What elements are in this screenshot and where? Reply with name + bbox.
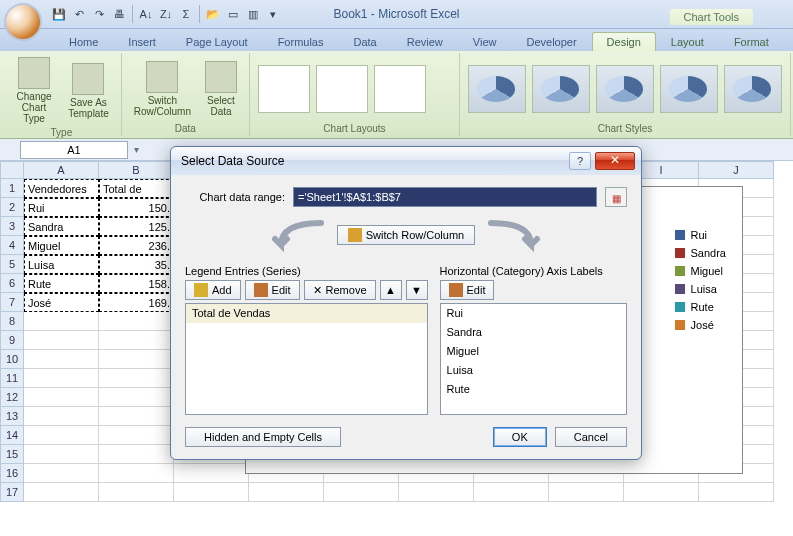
cell[interactable] [24, 464, 99, 483]
cell[interactable] [99, 350, 174, 369]
row-header[interactable]: 17 [0, 483, 24, 502]
cell[interactable]: 35. [99, 255, 174, 274]
row-header[interactable]: 10 [0, 350, 24, 369]
cell[interactable] [99, 331, 174, 350]
cell[interactable]: 158. [99, 274, 174, 293]
row-header[interactable]: 3 [0, 217, 24, 236]
cell[interactable] [24, 426, 99, 445]
row-header[interactable]: 4 [0, 236, 24, 255]
cell[interactable]: Luisa [24, 255, 99, 274]
change-chart-type-button[interactable]: Change Chart Type [10, 55, 58, 126]
cell[interactable] [99, 369, 174, 388]
tab-formulas[interactable]: Formulas [263, 32, 339, 51]
cell[interactable] [474, 483, 549, 502]
edit-axis-button[interactable]: Edit [440, 280, 495, 300]
tab-view[interactable]: View [458, 32, 512, 51]
sort-asc-icon[interactable]: A↓ [137, 5, 155, 23]
list-item[interactable]: Rui [441, 304, 626, 323]
row-header[interactable]: 14 [0, 426, 24, 445]
col-header[interactable]: A [24, 161, 99, 179]
chart-layout-thumb[interactable] [316, 65, 368, 113]
add-series-button[interactable]: Add [185, 280, 241, 300]
print-icon[interactable]: 🖶 [110, 5, 128, 23]
range-selector-button[interactable]: ▦ [605, 187, 627, 207]
row-header[interactable]: 1 [0, 179, 24, 198]
row-header[interactable]: 2 [0, 198, 24, 217]
tab-developer[interactable]: Developer [511, 32, 591, 51]
new-icon[interactable]: ▭ [224, 5, 242, 23]
switch-row-column-button[interactable]: Switch Row/Column [130, 59, 195, 119]
row-header[interactable]: 13 [0, 407, 24, 426]
tab-review[interactable]: Review [392, 32, 458, 51]
cell[interactable]: Miguel [24, 236, 99, 255]
cell[interactable]: Vendedores [24, 179, 99, 198]
edit-series-button[interactable]: Edit [245, 280, 300, 300]
office-button[interactable] [4, 3, 42, 41]
cell[interactable] [699, 483, 774, 502]
cell[interactable] [24, 388, 99, 407]
switch-row-column-button[interactable]: Switch Row/Column [337, 225, 475, 245]
chart-style-thumb[interactable] [660, 65, 718, 113]
remove-series-button[interactable]: ✕Remove [304, 280, 376, 300]
open-icon[interactable]: 📂 [204, 5, 222, 23]
cell[interactable] [24, 445, 99, 464]
ok-button[interactable]: OK [493, 427, 547, 447]
move-up-button[interactable]: ▲ [380, 280, 402, 300]
cell[interactable] [624, 483, 699, 502]
category-list[interactable]: RuiSandraMiguelLuisaRute [440, 303, 627, 415]
cell[interactable] [24, 369, 99, 388]
chart-style-thumb[interactable] [596, 65, 654, 113]
sort-desc-icon[interactable]: Z↓ [157, 5, 175, 23]
select-all-corner[interactable] [0, 161, 24, 179]
sum-icon[interactable]: Σ [177, 5, 195, 23]
cell[interactable] [24, 312, 99, 331]
undo-icon[interactable]: ↶ [70, 5, 88, 23]
name-box[interactable]: A1 [20, 141, 128, 159]
hidden-empty-cells-button[interactable]: Hidden and Empty Cells [185, 427, 341, 447]
cell[interactable]: 236. [99, 236, 174, 255]
cell[interactable]: 150. [99, 198, 174, 217]
row-header[interactable]: 6 [0, 274, 24, 293]
chart-style-thumb[interactable] [724, 65, 782, 113]
more-icon[interactable]: ▾ [264, 5, 282, 23]
cell[interactable]: 125. [99, 217, 174, 236]
cell[interactable] [99, 407, 174, 426]
row-header[interactable]: 5 [0, 255, 24, 274]
chart-icon[interactable]: ▥ [244, 5, 262, 23]
series-list[interactable]: Total de Vendas [185, 303, 428, 415]
chart-layout-thumb[interactable] [258, 65, 310, 113]
save-icon[interactable]: 💾 [50, 5, 68, 23]
list-item[interactable]: Luisa [441, 361, 626, 380]
tab-insert[interactable]: Insert [113, 32, 171, 51]
cell[interactable]: Total de [99, 179, 174, 198]
chart-style-thumb[interactable] [532, 65, 590, 113]
tab-design[interactable]: Design [592, 32, 656, 51]
tab-page-layout[interactable]: Page Layout [171, 32, 263, 51]
tab-home[interactable]: Home [54, 32, 113, 51]
cell[interactable] [549, 483, 624, 502]
cell[interactable] [324, 483, 399, 502]
cell[interactable] [24, 331, 99, 350]
row-header[interactable]: 8 [0, 312, 24, 331]
row-header[interactable]: 11 [0, 369, 24, 388]
chart-data-range-input[interactable] [293, 187, 597, 207]
cell[interactable]: 169. [99, 293, 174, 312]
col-header[interactable]: B [99, 161, 174, 179]
tab-layout[interactable]: Layout [656, 32, 719, 51]
cell[interactable] [99, 445, 174, 464]
dialog-titlebar[interactable]: Select Data Source ? ✕ [171, 147, 641, 175]
list-item[interactable]: Miguel [441, 342, 626, 361]
cell[interactable] [174, 483, 249, 502]
help-button[interactable]: ? [569, 152, 591, 170]
list-item[interactable]: Total de Vendas [186, 304, 427, 323]
cancel-button[interactable]: Cancel [555, 427, 627, 447]
cell[interactable] [99, 426, 174, 445]
cell[interactable] [99, 388, 174, 407]
save-as-template-button[interactable]: Save As Template [64, 61, 113, 121]
tab-format[interactable]: Format [719, 32, 784, 51]
move-down-button[interactable]: ▼ [406, 280, 428, 300]
cell[interactable]: José [24, 293, 99, 312]
list-item[interactable]: Sandra [441, 323, 626, 342]
cell[interactable] [99, 464, 174, 483]
cell[interactable]: Sandra [24, 217, 99, 236]
